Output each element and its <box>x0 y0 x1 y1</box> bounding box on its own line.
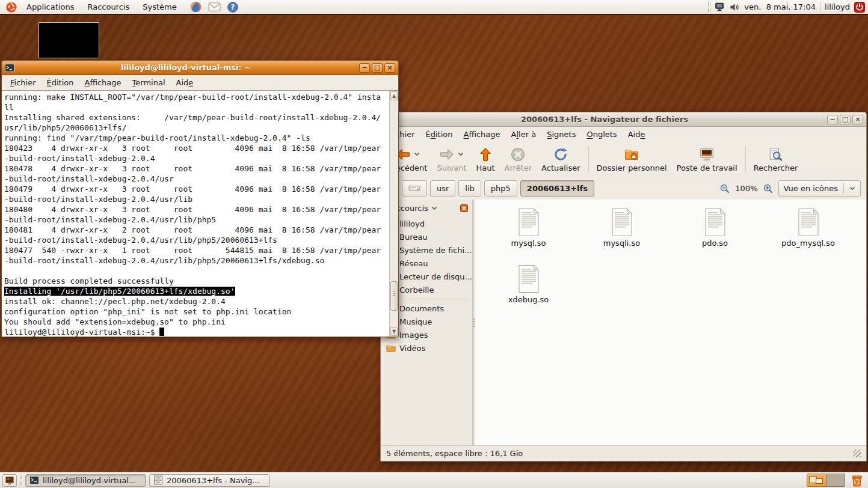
toolbar-button-haut[interactable]: Haut <box>472 143 500 175</box>
terminal-window: lililoyd@lililoyd-virtual-msi: ~ − □ × F… <box>1 60 399 337</box>
refresh-icon <box>553 147 568 162</box>
menu-item-onglets[interactable]: Onglets <box>581 128 622 141</box>
view-mode-select[interactable]: Vue en icônes <box>778 180 861 197</box>
zoom-in-icon[interactable] <box>763 183 774 194</box>
scroll-up-button[interactable]: ▲ <box>390 91 398 100</box>
sidebar-item-label: Vidéos <box>399 344 425 353</box>
desktop[interactable]: ApplicationsRaccourcisSystème ? ven. 8 m… <box>0 0 868 488</box>
panel-menu-systeme[interactable]: Système <box>136 0 183 14</box>
close-button[interactable]: × <box>384 63 395 73</box>
breadcrumb-label: 20060613+lfs <box>527 184 588 193</box>
file-pdo-so[interactable]: pdo.so <box>668 208 762 264</box>
trash-applet[interactable] <box>848 474 866 487</box>
menu-item-aide[interactable]: Aide <box>171 76 199 89</box>
menu-item-aller-a[interactable]: Aller à <box>506 128 542 141</box>
zoom-out-icon[interactable] <box>719 183 730 194</box>
breadcrumb-lib[interactable]: lib <box>458 180 481 197</box>
launcher-firefox-icon[interactable] <box>187 1 205 13</box>
volume-icon[interactable] <box>730 2 740 12</box>
minimize-button[interactable]: − <box>359 63 370 73</box>
toolbar-button-poste-de-travail[interactable]: Poste de travail <box>672 143 742 175</box>
toolbar-button-icon-row <box>624 147 639 162</box>
close-button[interactable]: × <box>852 115 863 124</box>
terminal-output-line: Installing shared extensions: /var/tmp/p… <box>4 112 389 123</box>
toolbar-button-dossier-personnel[interactable]: Dossier personnel <box>592 143 672 175</box>
window-list-handle[interactable] <box>20 475 22 485</box>
toolbar-button-icon-row <box>510 147 526 162</box>
menu-item-aide[interactable]: Aide <box>623 128 651 141</box>
show-desktop-button[interactable] <box>2 474 17 487</box>
chevron-down-icon[interactable] <box>431 206 437 210</box>
network-icon[interactable] <box>715 2 725 12</box>
terminal-scrollbar[interactable]: ▲ ▼ <box>389 91 398 337</box>
username[interactable]: lililoyd <box>825 2 850 11</box>
terminal-body: running: make INSTALL_ROOT="/var/tmp/pea… <box>2 90 398 337</box>
menu-item-affichage[interactable]: Affichage <box>79 76 126 89</box>
menu-item-edition[interactable]: Édition <box>420 128 458 141</box>
menu-item-terminal[interactable]: Terminal <box>127 76 171 89</box>
sidebar-item-videos[interactable]: Vidéos <box>381 341 472 355</box>
menu-item-signets[interactable]: Signets <box>541 128 581 141</box>
scroll-down-button[interactable]: ▼ <box>390 327 398 336</box>
file-mysql-so[interactable]: mysql.so <box>482 208 575 264</box>
launcher-help-icon[interactable]: ? <box>224 1 241 13</box>
breadcrumbs: usrlibphp520060613+lfs <box>402 180 594 197</box>
panel-menu-raccourcis[interactable]: Raccourcis <box>81 0 136 14</box>
power-icon[interactable] <box>854 2 865 13</box>
file-list[interactable]: mysql.somysqli.sopdo.sopdo_mysql.soxdebu… <box>475 200 866 445</box>
minimize-button[interactable]: − <box>827 115 838 124</box>
workspace-1[interactable] <box>807 474 826 486</box>
toolbar-button-icon-row <box>768 147 783 162</box>
toolbar-button-icon-row <box>395 147 420 162</box>
workspace-switcher <box>807 474 845 487</box>
file-manager-titlebar[interactable]: 20060613+lfs - Navigateur de fichiers − … <box>381 112 866 127</box>
sidebar-close-icon[interactable] <box>460 204 468 212</box>
ubuntu-logo-icon[interactable] <box>3 1 20 13</box>
tray-handle[interactable] <box>708 2 710 12</box>
sidebar-item-label: Lecteur de disqu... <box>399 272 472 281</box>
terminal-output-line: Build process completed successfully <box>4 276 389 286</box>
scroll-track[interactable] <box>390 101 398 326</box>
clock[interactable]: ven. 8 mai, 17:04 <box>744 2 816 11</box>
show-desktop-icon <box>5 475 14 485</box>
zoom-level: 100% <box>735 184 757 193</box>
terminal-output[interactable]: running: make INSTALL_ROOT="/var/tmp/pea… <box>2 91 389 337</box>
maximize-button[interactable]: □ <box>372 63 383 73</box>
taskbar-window-lililoyd-lililoyd-virtual[interactable]: lililoyd@lililoyd-virtual... <box>25 474 146 487</box>
top-panel: ApplicationsRaccourcisSystème ? ven. 8 m… <box>0 0 868 15</box>
breadcrumb-label: php5 <box>491 184 511 193</box>
file-xdebug-so[interactable]: xdebug.so <box>482 264 575 321</box>
terminal-titlebar[interactable]: lililoyd@lililoyd-virtual-msi: ~ − □ × <box>2 61 398 75</box>
taskbar-window-20060613-lfs-navig[interactable]: 20060613+lfs - Navig... <box>149 474 270 487</box>
toolbar-button-actualiser[interactable]: Actualiser <box>537 143 585 175</box>
maximize-button[interactable]: □ <box>840 115 851 124</box>
resize-grip[interactable] <box>853 450 861 457</box>
launcher-mail-icon[interactable] <box>206 2 223 12</box>
breadcrumb-root[interactable] <box>402 180 427 197</box>
breadcrumb-20060613-lfs[interactable]: 20060613+lfs <box>520 180 594 197</box>
firefox-icon <box>189 1 202 13</box>
terminal-output-line: -build-root/install-xdebug-2.0.4 <box>4 153 389 163</box>
terminal-output-line: ll <box>4 102 389 112</box>
black-window[interactable] <box>38 22 99 58</box>
chevron-down-icon <box>414 152 420 156</box>
menu-item-affichage[interactable]: Affichage <box>458 128 506 141</box>
menu-item-edition[interactable]: Édition <box>42 76 79 89</box>
menu-item-fichier[interactable]: Fichier <box>5 76 42 89</box>
workspace-2[interactable] <box>826 474 845 486</box>
breadcrumb-usr[interactable]: usr <box>430 180 455 197</box>
file-name: mysqli.so <box>603 239 640 248</box>
sidebar-item-label: Bureau <box>399 233 427 242</box>
breadcrumb-php5[interactable]: php5 <box>484 180 517 197</box>
file-pdo-mysql-so[interactable]: pdo_mysql.so <box>762 208 855 264</box>
panel-menu-applications[interactable]: Applications <box>20 0 81 14</box>
status-text: 5 éléments, espace libre : 16,1 Gio <box>386 449 523 458</box>
toolbar-button-suivant: Suivant <box>432 143 471 175</box>
scroll-thumb[interactable] <box>390 281 398 311</box>
sidebar-item-label: Corbeille <box>399 285 434 294</box>
toolbar-button-label: Rechercher <box>754 163 798 172</box>
toolbar-button-rechercher[interactable]: Rechercher <box>749 143 803 175</box>
terminal-output-line: -build-root/install-xdebug-2.0.4/usr/lib… <box>4 255 389 266</box>
file-mysqli-so[interactable]: mysqli.so <box>575 208 668 264</box>
chevron-down-icon <box>458 152 464 156</box>
